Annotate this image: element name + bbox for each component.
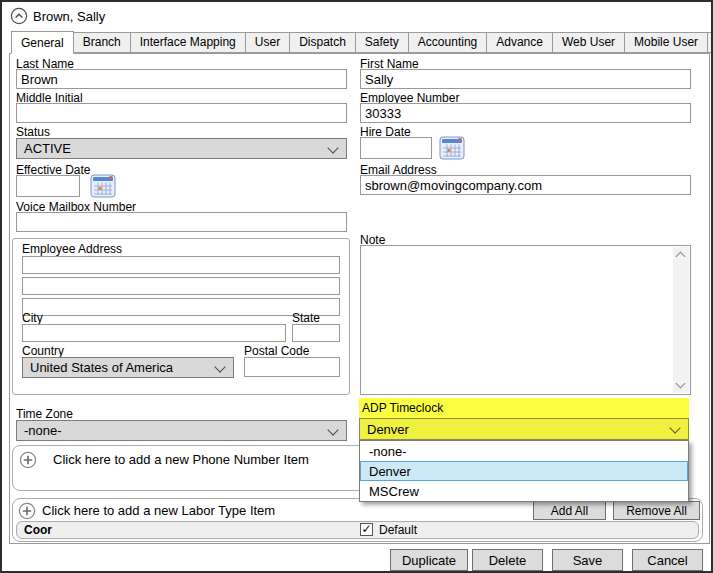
tab-interface-mapping[interactable]: Interface Mapping	[131, 32, 246, 53]
postal-code-input[interactable]	[244, 357, 340, 377]
city-label: City	[22, 311, 43, 325]
chevron-down-icon	[214, 361, 225, 372]
hire-date-input[interactable]	[360, 137, 432, 159]
time-zone-dropdown[interactable]: -none-	[16, 420, 347, 441]
country-dropdown[interactable]: United States of America	[22, 357, 234, 378]
last-name-input[interactable]	[16, 69, 347, 89]
scroll-down-icon[interactable]	[676, 379, 686, 389]
employee-window: Brown, Sally General Branch Interface Ma…	[0, 0, 713, 573]
adp-timeclock-dropdown[interactable]: Denver	[359, 418, 689, 440]
adp-timeclock-option-list: -none- Denver MSCrew	[359, 440, 689, 502]
tab-accounting[interactable]: Accounting	[409, 32, 487, 53]
state-input[interactable]	[292, 324, 340, 342]
tab-general[interactable]: General	[11, 31, 74, 54]
voice-mailbox-input[interactable]	[16, 212, 347, 232]
note-textarea[interactable]	[360, 245, 691, 395]
country-value: United States of America	[30, 360, 173, 375]
first-name-input[interactable]	[360, 69, 691, 89]
window-title: Brown, Sally	[33, 9, 105, 24]
employee-number-input[interactable]	[360, 103, 691, 123]
tab-safety[interactable]: Safety	[356, 32, 409, 53]
tab-advance[interactable]: Advance	[487, 32, 553, 53]
email-address-input[interactable]	[360, 175, 691, 195]
tab-documents[interactable]: Documents	[708, 32, 713, 53]
labor-type-name: Coor	[24, 523, 52, 537]
status-dropdown[interactable]: ACTIVE	[16, 138, 347, 159]
status-label: Status	[16, 125, 50, 139]
country-label: Country	[22, 344, 64, 358]
save-button[interactable]: Save	[552, 549, 623, 571]
cancel-button[interactable]: Cancel	[632, 549, 703, 571]
note-scrollbar[interactable]	[673, 247, 689, 393]
option-mscrew[interactable]: MSCrew	[360, 481, 688, 501]
add-phone-number-label: Click here to add a new Phone Number Ite…	[53, 452, 309, 467]
state-label: State	[292, 311, 320, 325]
chevron-down-icon	[327, 142, 338, 153]
chevron-down-icon	[669, 422, 680, 433]
status-value: ACTIVE	[24, 141, 71, 156]
tab-dispatch[interactable]: Dispatch	[290, 32, 356, 53]
labor-type-row[interactable]	[16, 521, 699, 539]
duplicate-button[interactable]: Duplicate	[390, 549, 468, 571]
adp-timeclock-label: ADP Timeclock	[362, 401, 443, 415]
plus-icon	[19, 451, 37, 473]
address-line2-input[interactable]	[22, 277, 340, 295]
effective-date-calendar-icon[interactable]	[90, 174, 116, 202]
add-labor-type-label[interactable]: Click here to add a new Labor Type Item	[42, 503, 275, 518]
postal-code-label: Postal Code	[244, 344, 309, 358]
effective-date-input[interactable]	[16, 175, 80, 197]
add-all-button[interactable]: Add All	[533, 501, 606, 520]
city-input[interactable]	[22, 324, 286, 342]
middle-initial-input[interactable]	[16, 103, 347, 123]
tab-user[interactable]: User	[246, 32, 290, 53]
collapse-panel-icon[interactable]	[10, 7, 28, 29]
adp-timeclock-value: Denver	[367, 422, 409, 437]
default-checkbox-label: Default	[379, 523, 417, 537]
tab-branch[interactable]: Branch	[74, 32, 131, 53]
time-zone-label: Time Zone	[16, 407, 73, 421]
hire-date-calendar-icon[interactable]	[439, 136, 465, 164]
tab-web-user[interactable]: Web User	[553, 32, 625, 53]
tab-strip: General Branch Interface Mapping User Di…	[11, 31, 713, 53]
chevron-down-icon	[327, 424, 338, 435]
tab-mobile-user[interactable]: Mobile User	[625, 32, 708, 53]
option-denver[interactable]: Denver	[360, 461, 688, 481]
employee-address-label: Employee Address	[22, 242, 122, 256]
remove-all-button[interactable]: Remove All	[613, 501, 700, 520]
scroll-up-icon[interactable]	[676, 252, 686, 262]
default-checkbox[interactable]: ✓	[360, 523, 373, 536]
option-none[interactable]: -none-	[360, 441, 688, 461]
time-zone-value: -none-	[24, 423, 62, 438]
address-line1-input[interactable]	[22, 256, 340, 274]
delete-button[interactable]: Delete	[472, 549, 543, 571]
